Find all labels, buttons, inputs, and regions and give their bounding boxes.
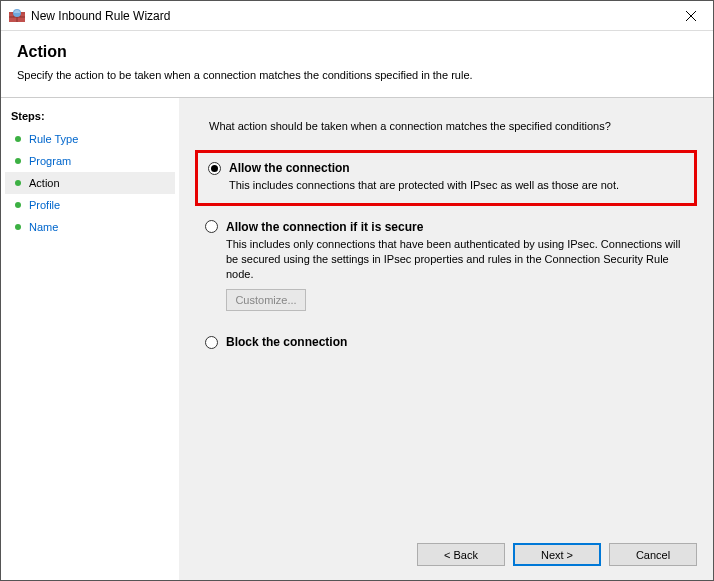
step-program[interactable]: Program: [5, 150, 175, 172]
radio-block[interactable]: [205, 336, 218, 349]
page-description: Specify the action to be taken when a co…: [17, 69, 697, 81]
titlebar: New Inbound Rule Wizard: [1, 1, 713, 31]
option-description: This includes only connections that have…: [226, 237, 687, 282]
bullet-icon: [15, 158, 21, 164]
steps-panel: Steps: Rule Type Program Action Profile …: [1, 98, 179, 580]
bullet-icon: [15, 224, 21, 230]
radio-allow-secure[interactable]: [205, 220, 218, 233]
window-title: New Inbound Rule Wizard: [31, 9, 668, 23]
step-label: Rule Type: [29, 133, 78, 145]
step-label: Action: [29, 177, 60, 189]
close-icon: [686, 11, 696, 21]
wizard-window: New Inbound Rule Wizard Action Specify t…: [0, 0, 714, 581]
option-group: Allow the connection This includes conne…: [195, 150, 697, 365]
option-allow-secure: Allow the connection if it is secure Thi…: [195, 212, 697, 322]
content-intro: What action should be taken when a conne…: [209, 120, 697, 132]
step-label: Name: [29, 221, 58, 233]
step-label: Profile: [29, 199, 60, 211]
option-allow-connection: Allow the connection This includes conne…: [195, 150, 697, 206]
step-action[interactable]: Action: [5, 172, 175, 194]
header-section: Action Specify the action to be taken wh…: [1, 31, 713, 98]
footer-buttons: < Back Next > Cancel: [417, 543, 697, 566]
step-profile[interactable]: Profile: [5, 194, 175, 216]
option-description: This includes connections that are prote…: [229, 178, 684, 193]
bullet-icon: [15, 136, 21, 142]
radio-row: Block the connection: [205, 335, 687, 349]
option-block-connection: Block the connection: [195, 327, 697, 359]
bullet-icon: [15, 202, 21, 208]
option-label: Allow the connection: [229, 161, 350, 175]
cancel-button[interactable]: Cancel: [609, 543, 697, 566]
close-button[interactable]: [668, 1, 713, 30]
step-label: Program: [29, 155, 71, 167]
step-name[interactable]: Name: [5, 216, 175, 238]
radio-row: Allow the connection if it is secure: [205, 220, 687, 234]
content-panel: What action should be taken when a conne…: [179, 98, 713, 580]
radio-allow[interactable]: [208, 162, 221, 175]
steps-title: Steps:: [5, 106, 175, 128]
step-rule-type[interactable]: Rule Type: [5, 128, 175, 150]
body-section: Steps: Rule Type Program Action Profile …: [1, 98, 713, 580]
firewall-icon: [9, 8, 25, 24]
radio-row: Allow the connection: [208, 161, 684, 175]
customize-button: Customize...: [226, 289, 306, 311]
next-button[interactable]: Next >: [513, 543, 601, 566]
option-label: Allow the connection if it is secure: [226, 220, 423, 234]
back-button[interactable]: < Back: [417, 543, 505, 566]
bullet-icon: [15, 180, 21, 186]
option-label: Block the connection: [226, 335, 347, 349]
page-title: Action: [17, 43, 697, 61]
